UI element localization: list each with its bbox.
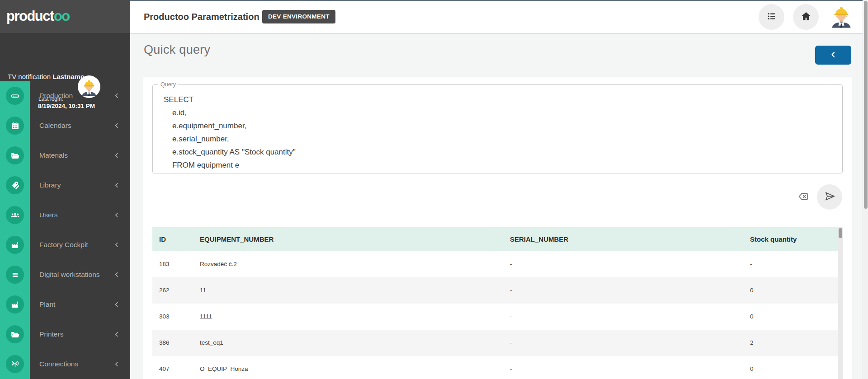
sidebar-item-label: Digital workstations xyxy=(39,271,100,279)
table-cell: Rozvaděč č.2 xyxy=(200,251,237,277)
table-cell: - xyxy=(510,304,512,330)
lines-icon xyxy=(6,266,24,284)
sidebar-item-factory-cockpit[interactable]: Factory Cockpit xyxy=(0,230,130,260)
sidebar-item-printers[interactable]: Printers xyxy=(0,319,130,349)
query-input[interactable]: SELECT e.id, e.equipment_number, e.seria… xyxy=(164,93,835,169)
table-cell: - xyxy=(750,251,752,277)
page-scrollbar-thumb[interactable] xyxy=(864,1,868,209)
productoo-logo[interactable]: productoo xyxy=(6,8,70,24)
chevron-left-icon xyxy=(113,92,120,99)
column-header-stock-quantity: Stock quantity xyxy=(750,227,797,251)
chevron-left-icon xyxy=(113,241,120,248)
table-cell: 0 xyxy=(750,277,754,304)
folder-icon xyxy=(6,146,24,164)
logo-text: product xyxy=(6,8,54,24)
table-scrollbar xyxy=(838,227,843,379)
sidebar-item-label: Calendars xyxy=(39,122,71,130)
table-header-row: IDEQUIPMENT_NUMBERSERIAL_NUMBERStock qua… xyxy=(152,227,838,251)
sidebar-item-users[interactable]: Users xyxy=(0,200,130,230)
query-fieldset: Query SELECT e.id, e.equipment_number, e… xyxy=(152,81,843,173)
table-cell: 303 xyxy=(159,304,170,330)
collapse-panel-button[interactable] xyxy=(815,46,851,65)
table-cell: 1111 xyxy=(200,304,212,330)
table-cell: - xyxy=(510,251,512,277)
sidebar-item-library[interactable]: Library xyxy=(0,170,130,200)
sidebar: productoo TV notification Lastname Last … xyxy=(0,0,130,379)
chevron-left-icon xyxy=(113,211,120,219)
conveyor-icon xyxy=(6,87,24,105)
antenna-icon xyxy=(6,355,24,373)
folder-icon xyxy=(6,325,24,343)
page-scrollbar xyxy=(863,0,868,379)
table-cell: 407 xyxy=(159,356,170,379)
query-legend: Query xyxy=(158,81,178,88)
table-row: 386test_eq1-2 xyxy=(152,330,838,356)
sidebar-item-materials[interactable]: Materials xyxy=(0,140,130,170)
users-icon xyxy=(6,206,24,224)
table-cell: 262 xyxy=(159,277,170,304)
sidebar-item-label: Materials xyxy=(39,151,68,159)
factory-icon xyxy=(6,295,24,313)
app-title: Productoo Parametrization xyxy=(144,1,259,33)
backspace-icon xyxy=(797,197,809,204)
sidebar-user-block: TV notification Lastname Last login: 8/1… xyxy=(0,33,130,81)
table-cell: test_eq1 xyxy=(200,330,223,356)
table-cell: 386 xyxy=(159,330,170,356)
clear-query-button[interactable] xyxy=(797,191,810,203)
chevron-left-icon xyxy=(113,331,120,338)
sidebar-item-calendars[interactable]: Calendars xyxy=(0,111,130,140)
table-cell: 2 xyxy=(750,330,754,356)
column-header-id: ID xyxy=(159,227,166,251)
sidebar-item-production[interactable]: Production xyxy=(0,81,130,111)
sidebar-item-label: Factory Cockpit xyxy=(39,241,88,249)
user-lastname: Lastname xyxy=(52,73,84,80)
table-body: 183Rozvaděč č.2--26211-03031111-0386test… xyxy=(152,251,843,379)
table-cell: 11 xyxy=(200,277,206,304)
list-menu-button[interactable] xyxy=(759,4,784,30)
query-actions xyxy=(143,173,843,219)
environment-badge: DEV ENVIRONMENT xyxy=(262,10,335,23)
table-scrollbar-thumb[interactable] xyxy=(839,228,842,238)
table-cell: - xyxy=(510,277,512,304)
logo-band: productoo xyxy=(0,0,130,33)
chevron-left-icon xyxy=(113,152,120,159)
sidebar-item-plant[interactable]: Plant xyxy=(0,290,130,319)
home-button[interactable] xyxy=(793,4,819,30)
list-icon xyxy=(766,10,778,24)
column-header-serial_number: SERIAL_NUMBER xyxy=(510,227,568,251)
table-row: 3031111-0 xyxy=(152,304,838,330)
worker-avatar-icon xyxy=(828,3,854,29)
chevron-left-icon xyxy=(113,182,120,189)
table-cell: 183 xyxy=(159,251,170,277)
main-content: Quick query Query SELECT e.id, e.equipme… xyxy=(130,33,863,379)
table-cell: 0 xyxy=(750,356,754,379)
logo-suffix: oo xyxy=(54,8,70,24)
send-icon xyxy=(824,190,836,204)
chevron-left-icon xyxy=(113,122,120,129)
sidebar-item-label: Connections xyxy=(39,360,78,368)
home-icon xyxy=(800,10,812,24)
query-card: Query SELECT e.id, e.equipment_number, e… xyxy=(143,77,852,379)
tags-icon xyxy=(6,176,24,194)
sidebar-item-label: Printers xyxy=(39,330,63,338)
results-table: IDEQUIPMENT_NUMBERSERIAL_NUMBERStock qua… xyxy=(152,227,843,379)
chevron-left-icon xyxy=(113,301,120,308)
sidebar-item-connections[interactable]: Connections xyxy=(0,349,130,379)
app-window: productoo TV notification Lastname Last … xyxy=(0,0,868,379)
sidebar-menu: ProductionCalendarsMaterialsLibraryUsers… xyxy=(0,81,130,379)
profile-avatar[interactable] xyxy=(828,3,854,29)
run-query-button[interactable] xyxy=(817,184,842,210)
tv-notification-user: TV notification Lastname xyxy=(8,73,84,80)
sidebar-item-label: Production xyxy=(39,92,73,100)
table-cell: 0 xyxy=(750,304,754,330)
table-cell: - xyxy=(510,330,512,356)
page-title: Quick query xyxy=(144,43,210,57)
chevron-left-icon xyxy=(829,50,838,61)
chevron-left-icon xyxy=(113,360,120,368)
table-cell: - xyxy=(510,356,512,379)
sidebar-item-digital-workstations[interactable]: Digital workstations xyxy=(0,260,130,290)
chevron-left-icon xyxy=(113,271,120,278)
calendar-icon xyxy=(6,117,24,135)
sidebar-item-label: Plant xyxy=(39,300,55,309)
table-row: 407O_EQUIP_Honza-0 xyxy=(152,356,838,379)
